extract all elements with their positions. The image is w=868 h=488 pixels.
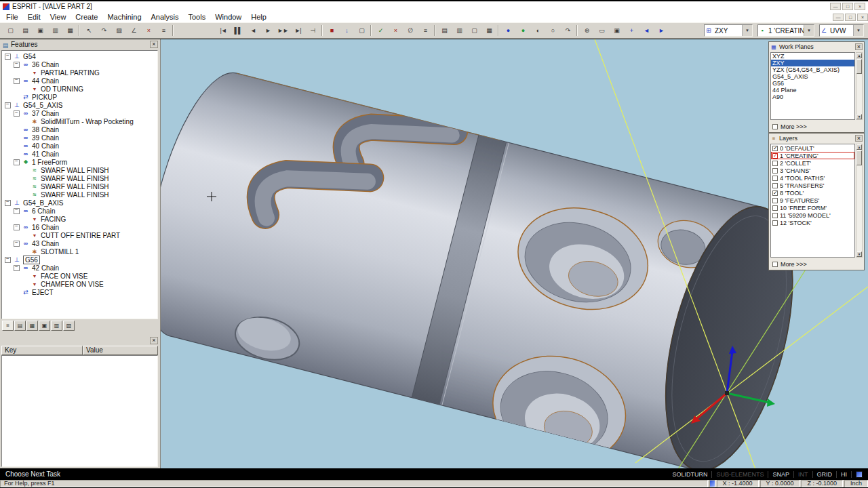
tree-item[interactable]: G56	[2, 256, 157, 264]
tree-item[interactable]: EJECT	[2, 288, 157, 296]
layer-checkbox[interactable]	[772, 205, 778, 211]
scroll-up-icon[interactable]	[856, 144, 862, 150]
menu-machining[interactable]: Machining	[102, 12, 146, 22]
work-plane-item[interactable]: A90	[771, 94, 854, 100]
tree-expander-icon[interactable]	[14, 289, 20, 296]
tree-expander-icon[interactable]	[14, 241, 20, 247]
window-cascade[interactable]: ▤	[437, 24, 452, 37]
layer-item[interactable]: 1 'CREATING'	[771, 152, 854, 159]
mask[interactable]: ▨	[111, 24, 126, 37]
tab-project-manager[interactable]: ≡	[2, 321, 14, 331]
tree-item[interactable]: 38 Chain	[2, 125, 157, 134]
shade-smooth[interactable]: ●	[515, 24, 530, 37]
tree-item[interactable]: CUTT OFF ENTIRE PART	[2, 231, 157, 239]
tree-expander-icon[interactable]	[14, 110, 20, 117]
scroll-thumb[interactable]	[856, 150, 862, 165]
toolbar-separator[interactable]	[171, 24, 175, 37]
column-header-value[interactable]: Value	[83, 346, 158, 355]
panel-close-button[interactable]	[855, 43, 863, 50]
column-header-key[interactable]: Key	[1, 346, 83, 355]
panel-close-button[interactable]	[150, 337, 158, 344]
panel-close-button[interactable]	[150, 41, 158, 48]
scroll-down-icon[interactable]	[856, 251, 862, 257]
dropdown-arrow-icon[interactable]	[742, 25, 752, 36]
layer-item[interactable]: 12 'STOCK'	[771, 219, 854, 226]
work-planes-scrollbar[interactable]	[856, 52, 863, 120]
rotate-view[interactable]: ↷	[560, 24, 575, 37]
zoom-fit[interactable]: ▣	[609, 24, 624, 37]
layer-checkbox[interactable]	[772, 153, 778, 159]
work-plane-item[interactable]: G56	[771, 80, 854, 87]
tree-item[interactable]: OD TURNING	[2, 85, 157, 93]
layers-more[interactable]: More >>>	[772, 261, 807, 268]
layer-item[interactable]: 3 'CHAINS'	[771, 167, 854, 174]
work-plane-item[interactable]: G54_5_AXIS	[771, 73, 854, 80]
tree-item[interactable]: 36 Chain	[2, 60, 157, 68]
tree-item[interactable]: SWARF WALL FINISH	[2, 174, 157, 182]
tree-item[interactable]: 6 Chain	[2, 207, 157, 215]
menu-view[interactable]: View	[45, 12, 71, 22]
tree-item[interactable]: PARTIAL PARTING	[2, 68, 157, 77]
tree-expander-icon[interactable]	[22, 119, 28, 125]
layer-item[interactable]: 4 'TOOL PATHS'	[771, 174, 854, 182]
wireframe[interactable]: ○	[545, 24, 560, 37]
restore-button[interactable]: □	[845, 14, 856, 21]
tree-item[interactable]: 42 Chain	[2, 264, 157, 272]
copy[interactable]: ▦	[62, 24, 77, 37]
menu-tools[interactable]: Tools	[184, 12, 211, 22]
tree-item[interactable]: 16 Chain	[2, 223, 157, 231]
panel-close-button[interactable]	[855, 135, 863, 142]
tree-item[interactable]: CHAMFER ON VISE	[2, 280, 157, 288]
layer-checkbox[interactable]	[772, 213, 778, 218]
tree-item[interactable]: FACING	[2, 215, 157, 223]
layer-checkbox[interactable]	[772, 161, 778, 166]
tree-expander-icon[interactable]	[22, 232, 28, 239]
tree-expander-icon[interactable]	[22, 184, 28, 190]
properties-grid[interactable]	[1, 355, 158, 467]
tree-expander-icon[interactable]	[5, 200, 11, 206]
pan[interactable]: +	[624, 24, 639, 37]
work-planes-more[interactable]: More >>>	[772, 123, 807, 130]
layer-checkbox[interactable]	[772, 168, 778, 174]
shade-half[interactable]: ◐	[530, 24, 545, 37]
layer-item[interactable]: 0 'DEFAULT'	[771, 144, 854, 152]
tree-item[interactable]: PICKUP	[2, 93, 157, 101]
sim-step-back[interactable]: ◄	[245, 24, 260, 37]
scroll-up-icon[interactable]	[856, 53, 862, 58]
work-plane-item[interactable]: YZX (G54,G54_B_AXIS)	[771, 66, 854, 73]
tab-properties[interactable]: ▥	[51, 321, 62, 331]
tree-item[interactable]: G54	[2, 52, 157, 60]
tree-expander-icon[interactable]	[14, 143, 20, 149]
sim-to-start[interactable]: |◄	[216, 24, 231, 37]
layer-item[interactable]: 2 'COLLET'	[771, 159, 854, 167]
tree-item[interactable]: 43 Chain	[2, 239, 157, 247]
layer-item[interactable]: 10 'FREE FORM'	[771, 204, 854, 211]
layer-checkbox[interactable]	[772, 198, 778, 203]
tree-item[interactable]: 44 Chain	[2, 77, 157, 85]
print[interactable]: ▥	[47, 24, 62, 37]
layer-checkbox[interactable]	[772, 176, 778, 181]
measure-angle[interactable]: ∠	[126, 24, 141, 37]
tree-expander-icon[interactable]	[22, 249, 28, 255]
layer-item[interactable]: 11 '59209 MODEL'	[771, 211, 854, 219]
rotate-entity[interactable]: ↷	[96, 24, 111, 37]
tree-item[interactable]: 39 Chain	[2, 134, 157, 142]
active-layer-combo[interactable]: ▪ 1 'CREATIN	[757, 24, 814, 37]
tool-change[interactable]: ↓	[339, 24, 354, 37]
tree-expander-icon[interactable]	[14, 265, 20, 271]
scroll-down-icon[interactable]	[856, 114, 862, 119]
work-plane-item[interactable]: ZXY	[771, 60, 854, 66]
close-button[interactable]: ×	[857, 14, 868, 21]
sim-pause[interactable]: ▌▌	[231, 24, 245, 37]
tree-item[interactable]: G54_B_AXIS	[2, 199, 157, 207]
sim-to-end[interactable]: ►|	[290, 24, 305, 37]
restore-button[interactable]: □	[842, 3, 853, 10]
tree-expander-icon[interactable]	[5, 102, 11, 108]
tree-expander-icon[interactable]	[14, 151, 20, 157]
sim-stop[interactable]: ■	[324, 24, 339, 37]
minimize-button[interactable]: —	[830, 3, 841, 10]
menu-create[interactable]: Create	[71, 12, 102, 22]
delete[interactable]: ×	[141, 24, 156, 37]
tree-expander-icon[interactable]	[14, 78, 20, 84]
zoom-in[interactable]: ⊕	[579, 24, 594, 37]
